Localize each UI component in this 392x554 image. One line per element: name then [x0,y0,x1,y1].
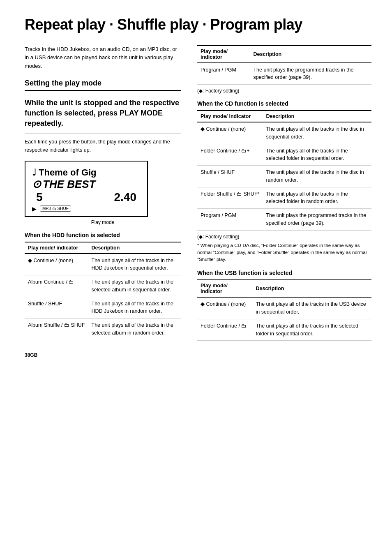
indicator-cell: ◆ Continue / (none) [25,254,88,275]
display-track-num: 5 [36,191,43,204]
indicator-cell: Album Continue / 🗀 [25,275,88,297]
indicator-cell: ◆ Continue / (none) [197,122,263,144]
setting-section: Setting the play mode While the unit is … [25,79,181,340]
indicator-cell: Program / PGM [197,209,263,231]
usb-section-header: When the USB function is selected [197,270,371,276]
description-cell: The unit plays all of the tracks in the … [88,254,181,275]
indicator-cell: Folder Continue / 🗀 [197,319,253,341]
display-line3: 5 2.40 [32,191,141,204]
page-title: Repeat play · Shuffle play · Program pla… [25,16,371,33]
description-cell: The unit plays all of the tracks in the … [263,122,371,144]
intro-text: Tracks in the HDD Jukebox, on an audio C… [25,45,181,71]
description-cell: The unit plays all of the tracks in the … [263,187,371,209]
hdd-prog-col2: Description [250,46,371,63]
description-cell: The unit plays all of the tracks in the … [263,166,371,187]
instruction-text: While the unit is stopped and the respec… [25,98,181,134]
display-footer: ▶ MP3 🗀 SHUF [32,205,141,212]
description-cell: The unit plays all of the tracks in the … [88,319,181,340]
table-row: ◆ Continue / (none)The unit plays all of… [25,254,181,275]
indicator-cell: Program / PGM [197,63,250,85]
description-cell: The unit plays all of the tracks in the … [253,319,371,341]
table-row: Program / PGMThe unit plays the programm… [197,63,371,85]
cd-footnote: * When playing a CD-DA disc, "Folder Con… [197,242,371,263]
description-cell: The unit plays all of the tracks in the … [88,297,181,319]
usb-col1-header: Play mode/ indicator [197,280,253,297]
cd-section-header: When the CD function is selected [197,100,371,107]
indicator-cell: Folder Continue / 🗀+ [197,144,263,166]
display-caption: Play mode [25,219,181,225]
indicator-cell: Album Shuffle / 🗀 SHUF [25,319,88,340]
usb-table: Play mode/ indicator Description ◆ Conti… [197,279,371,341]
hdd-factory-note: (◆: Factory setting) [197,88,371,94]
music-note-icon: ♩ [32,167,36,178]
table-row: Album Continue / 🗀The unit plays all of … [25,275,181,297]
hdd-section-header: When the HDD function is selected [25,232,181,238]
description-cell: The unit plays all of the tracks in the … [263,144,371,166]
indicator-cell: Shuffle / SHUF [25,297,88,319]
folder-badge-icon: 🗀 [52,206,56,211]
display-line2: ⊙ THE BEST [32,178,141,191]
table-row: Shuffle / SHUFThe unit plays all of the … [197,166,371,187]
hdd-program-table: Play mode/ indicator Description Program… [197,45,371,85]
display-theme-text: Theme of Gig [39,167,97,178]
cd-factory-note: (◆: Factory setting) [197,234,371,240]
hdd-col1-header: Play mode/ indicator [25,242,88,254]
hdd-prog-col1: Play mode/ indicator [197,46,250,63]
indicator-cell: Folder Shuffle / 🗀 SHUF* [197,187,263,209]
description-cell: The unit plays all of the tracks in the … [253,297,371,319]
display-box: ♩ Theme of Gig ⊙ THE BEST 5 2.40 ▶ MP3 🗀 [25,161,148,217]
hdd-col2-header: Description [88,242,181,254]
table-row: Shuffle / SHUFThe unit plays all of the … [25,297,181,319]
display-line1: ♩ Theme of Gig [32,167,141,178]
sub-text: Each time you press the button, the play… [25,138,181,154]
table-row: Program / PGMThe unit plays the programm… [197,209,371,231]
table-row: Folder Continue / 🗀The unit plays all of… [197,319,371,341]
cd-col1-header: Play mode/ indicator [197,111,263,122]
mp3-label: MP3 [42,206,51,211]
table-row: Folder Shuffle / 🗀 SHUF*The unit plays a… [197,187,371,209]
hdd-table: Play mode/ indicator Description ◆ Conti… [25,242,181,340]
cd-table: Play mode/ indicator Description ◆ Conti… [197,110,371,231]
play-arrow-icon: ▶ [32,205,37,212]
description-cell: The unit plays the programmed tracks in … [250,63,371,85]
display-best-text: THE BEST [43,178,96,191]
display-time: 2.40 [114,191,137,204]
indicator-cell: ◆ Continue / (none) [197,297,253,319]
badge-mp3-shuf: MP3 🗀 SHUF [40,205,71,212]
indicator-cell: Shuffle / SHUF [197,166,263,187]
usb-col2-header: Description [253,280,371,297]
table-row: ◆ Continue / (none)The unit plays all of… [197,122,371,144]
section-heading: Setting the play mode [25,79,181,91]
table-row: Album Shuffle / 🗀 SHUFThe unit plays all… [25,319,181,340]
disc-icon: ⊙ [32,178,41,191]
page-number: 38GB [25,352,371,358]
cd-col2-header: Description [263,111,371,122]
shuf-label: SHUF [58,206,69,211]
description-cell: The unit plays all of the tracks in the … [88,275,181,297]
table-row: Folder Continue / 🗀+The unit plays all o… [197,144,371,166]
description-cell: The unit plays the programmed tracks in … [263,209,371,231]
table-row: ◆ Continue / (none)The unit plays all of… [197,297,371,319]
